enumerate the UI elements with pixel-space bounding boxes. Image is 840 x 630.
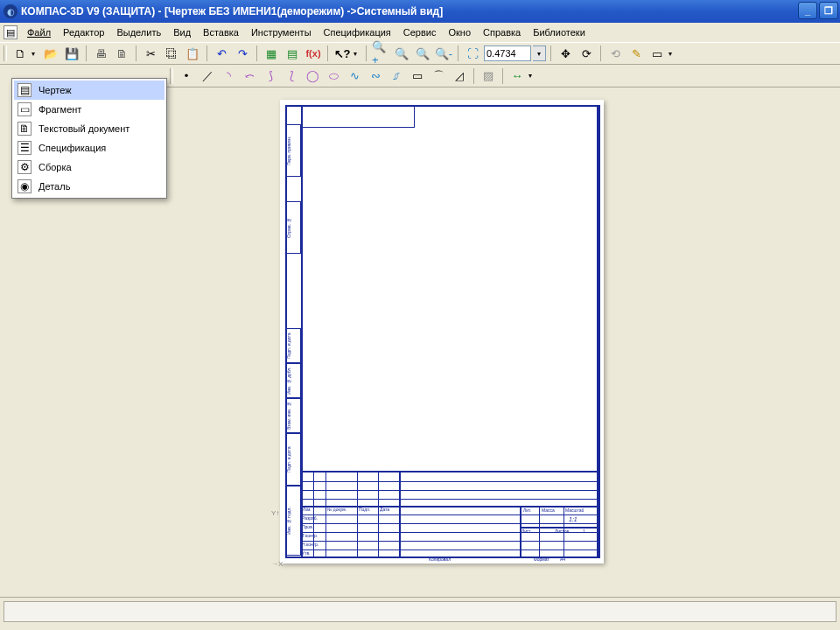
fx-button[interactable]: f(x) <box>304 44 323 63</box>
dropdown-label: Деталь <box>38 181 70 192</box>
menu-view[interactable]: Вид <box>167 25 197 39</box>
window-titlebar: ◐ КОМПАС-3D V9 (ЗАЩИТА) - [Чертеж БЕЗ ИМ… <box>0 0 840 23</box>
display-mode-button[interactable]: ▭ <box>648 44 667 63</box>
help-pointer-button[interactable]: ↖? <box>332 44 352 63</box>
statusbar <box>0 597 840 630</box>
geometry-toolbar: • ／ ◝ ⤺ ⟆ ⟅ ◯ ⬭ ∿ ∾ ⎎ ▭ ⌒ ◿ ▨ ↔ ▾ <box>166 65 840 88</box>
grid-button[interactable]: ▦ <box>262 44 281 63</box>
lbl-massa: Масса <box>542 508 555 513</box>
edit-mode-button[interactable]: ✎ <box>626 44 646 63</box>
assembly-icon: ⚙ <box>18 160 32 174</box>
dropdown-item-spec[interactable]: ☰ Спецификация <box>14 138 164 158</box>
arc-3pt-button[interactable]: ⟆ <box>261 66 280 86</box>
menu-service[interactable]: Сервис <box>397 25 443 39</box>
arc-button[interactable]: ⤺ <box>240 66 259 86</box>
toolbar-grip[interactable] <box>170 68 173 84</box>
rotate-view-button[interactable]: ⟳ <box>577 44 596 63</box>
new-button[interactable]: 🗋 <box>10 44 30 63</box>
menu-file[interactable]: Файл <box>21 25 57 39</box>
cut-button[interactable]: ✂ <box>141 44 160 63</box>
dimension-dropdown-arrow[interactable]: ▾ <box>528 72 536 80</box>
toolbar-grip[interactable] <box>4 46 7 61</box>
undo-button[interactable]: ↶ <box>212 44 231 63</box>
lbl-lit: Лит. <box>523 508 531 513</box>
lbl-listov: Листов <box>555 528 569 534</box>
zoom-in-button[interactable]: 🔍+ <box>371 44 390 63</box>
lbl-format: Формат <box>534 556 550 562</box>
title-block: Изм. № докум. Подп. Дата Разраб. Пров. Т… <box>301 471 600 558</box>
dropdown-item-assembly[interactable]: ⚙ Сборка <box>14 158 164 177</box>
point-button[interactable]: • <box>177 66 196 86</box>
maximize-button[interactable]: ❐ <box>819 2 838 19</box>
lbl-listov-val: 1 <box>583 528 585 534</box>
menu-help[interactable]: Справка <box>477 25 527 39</box>
zoom-area-button[interactable]: 🔍 <box>392 44 411 63</box>
paste-button[interactable]: 📋 <box>183 44 202 63</box>
hatch-button[interactable]: ▨ <box>479 66 498 86</box>
side-label: Подп. и дата <box>285 433 301 486</box>
ellipse-button[interactable]: ⬭ <box>324 66 343 86</box>
top-frame-notch <box>301 105 415 128</box>
side-label: Инв. № дубл. <box>285 363 301 398</box>
lbl-prov: Пров. <box>302 524 313 529</box>
copy-button[interactable]: ⿻ <box>162 44 181 63</box>
lbl-kopiroval: Копировал <box>429 556 451 562</box>
side-label-strip: Перв. примен. Справ. № Подп. и дата Инв.… <box>285 105 301 558</box>
dimension-button[interactable]: ↔ <box>508 66 527 86</box>
save-button[interactable]: 💾 <box>62 44 81 63</box>
dropdown-label: Спецификация <box>38 143 106 153</box>
print-button[interactable]: 🖶 <box>91 44 110 63</box>
spline-button[interactable]: ∿ <box>345 66 364 86</box>
pan-button[interactable]: ✥ <box>556 44 575 63</box>
arc-start-button[interactable]: ◝ <box>219 66 238 86</box>
zoom-out-button[interactable]: 🔍- <box>434 44 453 63</box>
menu-select[interactable]: Выделить <box>110 25 167 39</box>
display-dropdown-arrow[interactable]: ▾ <box>668 50 676 58</box>
chamfer-button[interactable]: ◿ <box>450 66 469 86</box>
lbl-razrab: Разраб. <box>302 515 318 521</box>
fillet-button[interactable]: ⌒ <box>429 66 448 86</box>
open-button[interactable]: 📂 <box>41 44 60 63</box>
help-dropdown-arrow[interactable]: ▾ <box>354 50 361 58</box>
dropdown-label: Сборка <box>38 162 72 172</box>
zoom-prev-button[interactable]: 🔍 <box>413 44 432 63</box>
mdi-document-icon[interactable]: ▤ <box>4 25 18 39</box>
minimize-button[interactable]: _ <box>798 2 817 19</box>
side-label: Взам. инв. № <box>285 398 301 433</box>
dropdown-item-fragment[interactable]: ▭ Фрагмент <box>14 100 164 119</box>
refresh-button[interactable]: ⟲ <box>606 44 625 63</box>
polyline-button[interactable]: ⎎ <box>387 66 406 86</box>
rectangle-button[interactable]: ▭ <box>408 66 427 86</box>
menu-spec[interactable]: Спецификация <box>318 25 397 39</box>
new-dropdown-arrow[interactable]: ▾ <box>32 50 39 58</box>
menu-insert[interactable]: Вставка <box>197 25 245 39</box>
lbl-mashtab: Масштаб <box>565 508 584 513</box>
menu-tools[interactable]: Инструменты <box>245 25 318 39</box>
zoom-dropdown[interactable]: ▾ <box>533 46 546 61</box>
dropdown-label: Текстовый документ <box>38 123 130 134</box>
zoom-fit-button[interactable]: ⛶ <box>463 44 482 63</box>
dropdown-item-part[interactable]: ◉ Деталь <box>14 177 164 196</box>
line-button[interactable]: ／ <box>198 66 217 86</box>
drawing-sheet[interactable]: Перв. примен. Справ. № Подп. и дата Инв.… <box>280 100 604 564</box>
print-preview-button[interactable]: 🗎 <box>112 44 131 63</box>
menu-window[interactable]: Окно <box>442 25 477 39</box>
dropdown-label: Фрагмент <box>38 104 81 115</box>
bezier-button[interactable]: ∾ <box>366 66 385 86</box>
layers-button[interactable]: ▤ <box>283 44 302 63</box>
zoom-input[interactable] <box>484 46 531 61</box>
window-title: КОМПАС-3D V9 (ЗАЩИТА) - [Чертеж БЕЗ ИМЕН… <box>21 5 443 18</box>
menu-edit[interactable]: Редактор <box>57 25 110 39</box>
dropdown-item-drawing[interactable]: ▤ Чертеж <box>14 80 164 100</box>
fragment-icon: ▭ <box>18 102 32 116</box>
new-document-dropdown: ▤ Чертеж ▭ Фрагмент 🗎 Текстовый документ… <box>11 78 167 199</box>
menu-libs[interactable]: Библиотеки <box>527 25 592 39</box>
dropdown-item-textdoc[interactable]: 🗎 Текстовый документ <box>14 119 164 138</box>
redo-button[interactable]: ↷ <box>233 44 252 63</box>
circle-button[interactable]: ◯ <box>303 66 322 86</box>
arc-tangent-button[interactable]: ⟅ <box>282 66 301 86</box>
lbl-data: Дата <box>380 507 389 512</box>
lbl-podp: Подп. <box>359 507 370 512</box>
lbl-utv: Утв. <box>302 550 311 556</box>
side-label: Подп. и дата <box>285 328 301 363</box>
